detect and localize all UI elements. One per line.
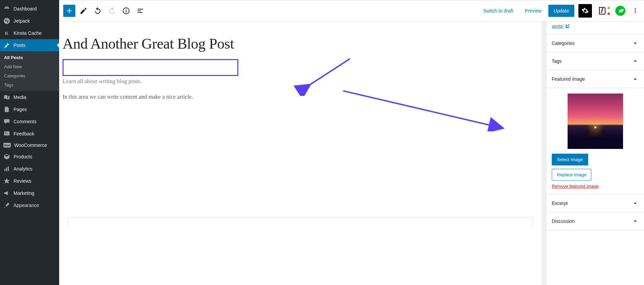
permalink-link[interactable]: world/ (552, 24, 570, 29)
feedback-icon (3, 130, 10, 137)
editor-area[interactable]: And Another Great Blog Post Learn all ab… (59, 22, 541, 285)
svg-point-0 (4, 18, 10, 24)
sidebar-label: Dashboard (14, 6, 37, 11)
sidebar-label: Posts (14, 43, 25, 48)
update-button[interactable]: Update (548, 5, 574, 17)
sidebar-submenu-posts: All Posts Add New Categories Tags (0, 51, 59, 91)
sidebar-item-posts[interactable]: Posts (0, 39, 59, 51)
panel-featured-image-body: Select Image Replace Image Remove featur… (546, 88, 644, 195)
panel-excerpt[interactable]: Excerpt (546, 195, 644, 212)
sidebar-item-reviews[interactable]: Reviews (0, 175, 59, 187)
edit-mode-button[interactable] (77, 5, 90, 17)
sidebar-label: Jetpack (14, 18, 30, 24)
sidebar-item-marketing[interactable]: Marketing (0, 187, 59, 199)
svg-rect-6 (8, 166, 9, 171)
sidebar-label: Appearance (14, 203, 39, 208)
yoast-icon (598, 6, 607, 16)
sidebar-sub-all-posts[interactable]: All Posts (0, 53, 59, 62)
sidebar-label: Marketing (14, 190, 34, 196)
panel-label: Featured image (552, 76, 585, 82)
sidebar-item-analytics[interactable]: Analytics (0, 163, 59, 175)
chevron-down-icon (632, 218, 639, 225)
panel-label: Excerpt (552, 201, 568, 206)
media-icon (3, 94, 10, 101)
sidebar-sub-tags[interactable]: Tags (0, 80, 59, 89)
megaphone-icon (3, 190, 10, 197)
panel-label: Categories (552, 41, 575, 46)
sidebar-item-woocommerce[interactable]: woo WooCommerce (0, 140, 59, 151)
panel-featured-image-header[interactable]: Featured image (546, 70, 644, 88)
redo-button[interactable] (106, 5, 118, 17)
permalink-text: world/ (552, 24, 564, 29)
annotation-arrow-icon (238, 55, 353, 96)
sidebar-sub-add-new[interactable]: Add New (0, 62, 59, 71)
jetpack-button[interactable] (614, 4, 627, 18)
panel-categories[interactable]: Categories (546, 34, 644, 52)
svg-rect-8 (126, 10, 126, 12)
svg-point-10 (635, 8, 636, 9)
editor-topbar: Switch to draft Preview Update (59, 0, 644, 22)
info-button[interactable] (120, 5, 132, 17)
panel-label: Tags (552, 58, 562, 64)
svg-point-12 (635, 12, 636, 13)
settings-button[interactable] (578, 4, 592, 18)
svg-rect-2 (5, 132, 6, 133)
settings-sidebar: world/ Categories Tags Featured image (546, 22, 644, 285)
permalink-fragment: world/ (546, 22, 644, 34)
featured-image-thumbnail[interactable] (568, 94, 623, 149)
sidebar-label: Kinsta Cache (14, 30, 42, 36)
sidebar-label: Reviews (14, 178, 31, 184)
undo-button[interactable] (92, 5, 104, 17)
chevron-down-icon (632, 200, 639, 207)
post-paragraph[interactable]: In this area we can write content and ma… (63, 94, 411, 100)
svg-point-11 (635, 10, 636, 11)
sidebar-item-dashboard[interactable]: Dashboard (0, 3, 59, 15)
sidebar-item-comments[interactable]: Comments (0, 115, 59, 128)
chevron-down-icon (632, 58, 639, 64)
kinsta-icon: K (3, 30, 10, 36)
chevron-up-icon (632, 76, 639, 82)
sidebar-item-jetpack[interactable]: Jetpack (0, 15, 59, 27)
sidebar-label: Products (14, 154, 32, 159)
yoast-button[interactable] (596, 4, 610, 18)
svg-rect-9 (126, 9, 126, 9)
add-block-button[interactable] (63, 5, 75, 17)
sidebar-item-kinsta[interactable]: K Kinsta Cache (0, 27, 59, 39)
comment-icon (3, 118, 10, 125)
sidebar-label: Analytics (14, 166, 32, 172)
editor-footer-bar (68, 217, 533, 227)
sidebar-label: Comments (14, 119, 37, 124)
external-link-icon (565, 24, 570, 29)
sidebar-item-media[interactable]: Media (0, 91, 59, 103)
select-image-button[interactable]: Select Image (552, 154, 588, 165)
preview-link[interactable]: Preview (520, 5, 546, 17)
jetpack-circle-icon (615, 6, 625, 16)
box-icon (3, 153, 10, 160)
gauge-icon (3, 5, 10, 12)
switch-to-draft-link[interactable]: Switch to draft (478, 5, 518, 17)
panel-discussion[interactable]: Discussion (546, 212, 644, 230)
sidebar-label: Feedback (14, 131, 34, 136)
sidebar-item-appearance[interactable]: Appearance (0, 199, 59, 211)
replace-image-button[interactable]: Replace Image (552, 169, 591, 181)
pin-icon (3, 42, 10, 49)
remove-featured-image-link[interactable]: Remove featured image (552, 184, 599, 189)
sidebar-sub-categories[interactable]: Categories (0, 71, 59, 80)
sidebar-item-pages[interactable]: Pages (0, 103, 59, 115)
panel-tags[interactable]: Tags (546, 52, 644, 70)
outline-button[interactable] (134, 5, 146, 17)
post-paragraph[interactable]: Learn all about writing blog posts. (63, 78, 411, 85)
bars-icon (3, 165, 10, 172)
more-button[interactable] (629, 5, 641, 17)
jetpack-icon (3, 18, 10, 24)
panel-label: Discussion (552, 218, 575, 224)
editor-scrollbar[interactable] (541, 22, 546, 285)
post-title[interactable]: And Another Great Blog Post (63, 25, 411, 56)
sidebar-item-feedback[interactable]: Feedback (0, 128, 59, 140)
sidebar-label: Media (14, 95, 26, 100)
chevron-down-icon (632, 40, 639, 47)
admin-sidebar: Dashboard Jetpack K Kinsta Cache Posts A… (0, 0, 59, 285)
sidebar-label: Pages (14, 107, 27, 112)
sidebar-item-products[interactable]: Products (0, 151, 59, 163)
page-icon (3, 106, 10, 113)
